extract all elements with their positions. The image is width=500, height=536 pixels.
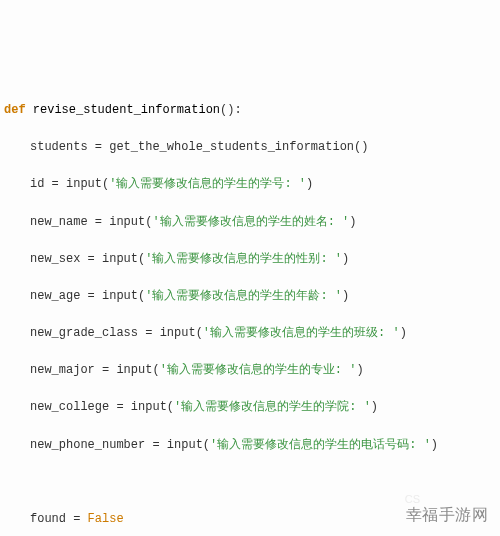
var-phone: new_phone_number = bbox=[30, 438, 167, 452]
str-name: '输入需要修改信息的学生的姓名: ' bbox=[152, 215, 349, 229]
var-found: found = bbox=[30, 512, 88, 526]
str-college: '输入需要修改信息的学生的学院: ' bbox=[174, 400, 371, 414]
str-major: '输入需要修改信息的学生的专业: ' bbox=[160, 363, 357, 377]
call-input: input bbox=[167, 438, 203, 452]
var-college: new_college = bbox=[30, 400, 131, 414]
str-id: '输入需要修改信息的学生的学号: ' bbox=[109, 177, 306, 191]
str-age: '输入需要修改信息的学生的年龄: ' bbox=[145, 289, 342, 303]
str-phone: '输入需要修改信息的学生的电话号码: ' bbox=[210, 438, 431, 452]
code-block: def revise_student_information(): studen… bbox=[4, 82, 496, 536]
kw-def: def bbox=[4, 103, 26, 117]
var-age: new_age = bbox=[30, 289, 102, 303]
call-input: input bbox=[116, 363, 152, 377]
call-input: input bbox=[102, 289, 138, 303]
var-major: new_major = bbox=[30, 363, 116, 377]
watermark-text: 幸福手游网 bbox=[406, 503, 489, 528]
var-grade: new_grade_class = bbox=[30, 326, 160, 340]
call-input: input bbox=[66, 177, 102, 191]
call-input: input bbox=[131, 400, 167, 414]
line-students: students = get_the_whole_students_inform… bbox=[4, 138, 496, 157]
call-input: input bbox=[109, 215, 145, 229]
var-name: new_name = bbox=[30, 215, 109, 229]
call-input: input bbox=[102, 252, 138, 266]
var-id: id = bbox=[30, 177, 66, 191]
var-sex: new_sex = bbox=[30, 252, 102, 266]
call-input: input bbox=[160, 326, 196, 340]
str-sex: '输入需要修改信息的学生的性别: ' bbox=[145, 252, 342, 266]
const-false: False bbox=[88, 512, 124, 526]
func-name: revise_student_information bbox=[33, 103, 220, 117]
str-grade: '输入需要修改信息的学生的班级: ' bbox=[203, 326, 400, 340]
